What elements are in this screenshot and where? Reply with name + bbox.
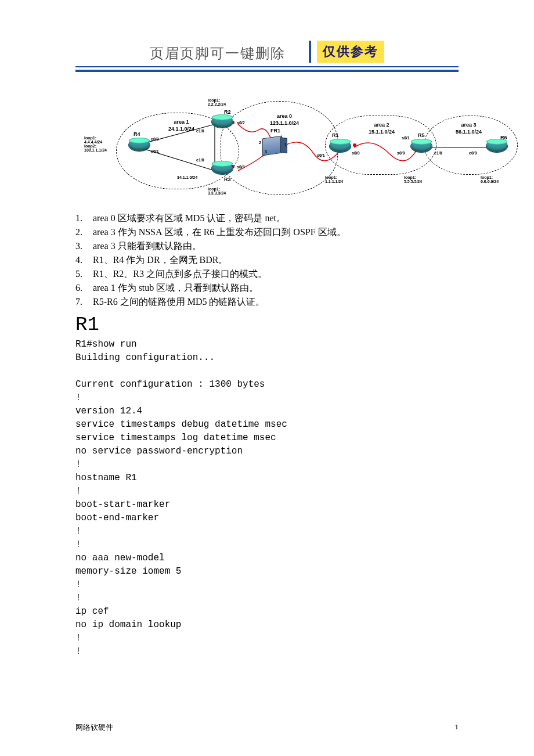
fr-port: 3: [265, 150, 267, 154]
if: e0/0: [151, 137, 159, 141]
if: s0/1: [317, 153, 325, 157]
router-r3: [212, 163, 233, 174]
r2-loop: loop1: 2.2.2.2/24: [208, 98, 226, 106]
r1-name: R1: [332, 132, 339, 138]
r5-name: R5: [418, 132, 425, 138]
r3-loop: loop1: 3.3.3.3/24: [208, 187, 226, 195]
fr-name: FR1: [270, 128, 280, 134]
if: s0/3: [237, 165, 245, 169]
r5-loop: loop1: 5.5.5.5/24: [404, 175, 422, 183]
router-r4: [129, 139, 150, 151]
ref-badge: 仅供参考: [317, 41, 384, 63]
fr-port: 2: [259, 141, 261, 145]
r6-loop: loop1: 6.6.6.6/24: [481, 175, 499, 183]
list-item: 3.area 3 只能看到默认路由。: [75, 239, 459, 253]
cli-output: R1#show run Building configuration... Cu…: [75, 338, 459, 658]
page: 页眉页脚可一键删除 仅供参考 area 124.1.1.0/24 area 01…: [0, 0, 534, 756]
header-rule: [75, 66, 459, 72]
r2-name: R2: [224, 109, 231, 115]
device-heading: R1: [75, 314, 459, 336]
if: e0/1: [151, 149, 159, 153]
if: s0/0: [397, 151, 405, 155]
list-item: 7.R5-R6 之间的链路使用 MD5 的链路认证。: [75, 295, 459, 309]
requirement-list: 1.area 0 区域要求有区域 MD5 认证，密码是 net。 2.area …: [75, 211, 459, 309]
page-footer: 网络软硬件 1: [75, 722, 459, 733]
if: e0/0: [469, 151, 477, 155]
page-header: 页眉页脚可一键删除 仅供参考: [75, 41, 459, 63]
if: s0/0: [352, 151, 360, 155]
r4-name: R4: [134, 131, 140, 137]
footer-left: 网络软硬件: [75, 722, 113, 733]
if: e1/0: [196, 158, 204, 162]
list-item: 6.area 1 作为 stub 区域，只看到默认路由。: [75, 281, 459, 295]
r3r4-subnet: 34.1.1.0/24: [177, 175, 197, 179]
if: e1/0: [434, 151, 442, 155]
header-title: 页眉页脚可一键删除: [150, 44, 286, 63]
router-r2: [212, 116, 233, 128]
router-r6: [486, 141, 507, 152]
dot: [353, 143, 356, 147]
r1-loop: loop1: 1.1.1.1/24: [325, 175, 343, 183]
network-diagram: area 124.1.1.0/24 area 0123.1.1.0/24 are…: [134, 89, 517, 206]
router-r1: [330, 141, 351, 152]
fr-port: 1: [284, 143, 287, 147]
list-item: 5.R1、R2、R3 之间点到多点子接口的模式。: [75, 267, 459, 281]
list-item: 1.area 0 区域要求有区域 MD5 认证，密码是 net。: [75, 211, 459, 225]
r3-name: R3: [224, 177, 231, 182]
list-item: 4.R1、R4 作为 DR，全网无 BDR。: [75, 253, 459, 267]
if: e1/0: [196, 129, 204, 133]
list-item: 2.area 3 作为 NSSA 区域，在 R6 上重发布还回口到 OSPF 区…: [75, 225, 459, 239]
diagram-links: [116, 89, 522, 206]
svg-line-0: [139, 124, 215, 145]
router-r5: [411, 141, 432, 152]
ref-badge-container: 仅供参考: [309, 41, 384, 63]
r6-name: R6: [500, 135, 507, 141]
if: s0/2: [237, 121, 245, 125]
r4-loop: loop1: 4.4.4.4/24 loop2: 100.1.1.1/24: [84, 136, 107, 152]
page-number: 1: [455, 722, 459, 733]
if: s0/1: [402, 136, 410, 140]
